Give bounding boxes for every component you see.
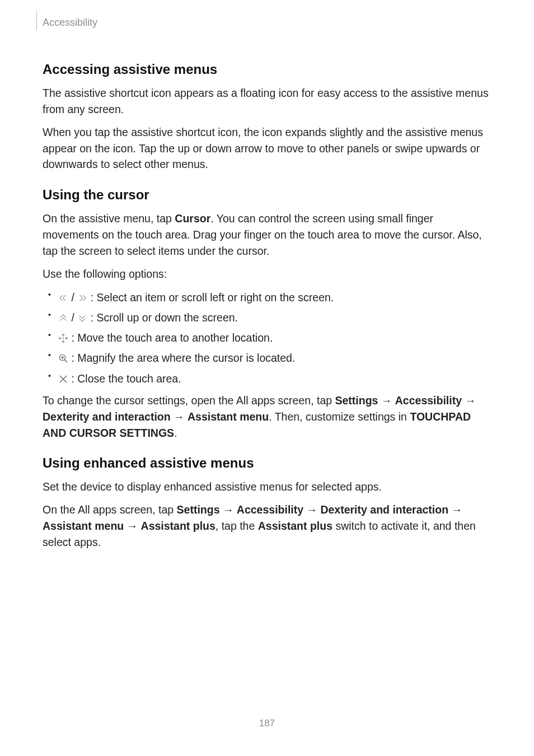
close-x-icon xyxy=(58,374,68,384)
chev-down-double-icon xyxy=(77,313,87,323)
arrow: → xyxy=(303,503,320,516)
page: Accessibility Accessing assistive menus … xyxy=(0,0,534,756)
text: To change the cursor settings, open the … xyxy=(43,394,335,407)
bold-accessibility: Accessibility xyxy=(395,394,462,407)
list-item: : Move the touch area to another locatio… xyxy=(43,329,491,346)
list-item-text: : Select an item or scroll left or right… xyxy=(87,291,334,304)
page-number: 187 xyxy=(0,718,534,729)
para-s2-3: To change the cursor settings, open the … xyxy=(43,393,491,441)
heading-using-enhanced: Using enhanced assistive menus xyxy=(43,455,491,471)
para-s3-2: On the All apps screen, tap Settings → A… xyxy=(43,502,491,550)
para-s2-2: Use the following options: xyxy=(43,266,491,282)
bold-assistant-plus-2: Assistant plus xyxy=(258,520,332,532)
chev-up-double-icon xyxy=(58,313,68,323)
chev-right-double-icon xyxy=(77,293,87,303)
bold-settings: Settings xyxy=(177,503,220,516)
options-list: / : Select an item or scroll left or rig… xyxy=(43,289,491,387)
para-s1-1: The assistive shortcut icon appears as a… xyxy=(43,85,491,118)
bold-assistant-plus: Assistant plus xyxy=(141,520,216,532)
list-item-text: : Magnify the area where the cursor is l… xyxy=(68,352,295,364)
text: , tap the xyxy=(216,520,258,532)
list-item-text: : Scroll up or down the screen. xyxy=(87,311,238,324)
text-slash: / xyxy=(68,291,77,304)
bold-dexterity: Dexterity and interaction xyxy=(320,503,448,516)
move-icon xyxy=(58,333,68,343)
chev-left-double-icon xyxy=(58,293,68,303)
bold-accessibility: Accessibility xyxy=(237,503,303,516)
list-item: / : Select an item or scroll left or rig… xyxy=(43,289,491,306)
arrow: → xyxy=(448,503,462,516)
svg-point-0 xyxy=(63,338,64,339)
arrow: → xyxy=(124,520,140,532)
para-s2-1: On the assistive menu, tap Cursor. You c… xyxy=(43,211,491,259)
text: . xyxy=(174,427,177,439)
text: On the All apps screen, tap xyxy=(43,503,177,516)
arrow: → xyxy=(220,503,237,516)
arrow: → xyxy=(462,394,476,407)
list-item-text: : Close the touch area. xyxy=(68,372,181,385)
bold-settings: Settings xyxy=(335,394,378,407)
para-s1-2: When you tap the assistive shortcut icon… xyxy=(43,124,491,173)
magnify-icon xyxy=(58,353,68,363)
text: . Then, customize settings in xyxy=(269,410,410,423)
header-divider xyxy=(36,11,37,30)
list-item: / : Scroll up or down the screen. xyxy=(43,309,491,326)
bold-dexterity: Dexterity and interaction xyxy=(43,410,171,423)
page-content: Accessing assistive menus The assistive … xyxy=(43,62,491,550)
arrow: → xyxy=(378,394,395,407)
bold-cursor: Cursor xyxy=(175,212,210,225)
list-item-text: : Move the touch area to another locatio… xyxy=(68,332,273,344)
heading-using-the-cursor: Using the cursor xyxy=(43,187,491,203)
bold-assistant-menu: Assistant menu xyxy=(43,520,124,532)
heading-accessing-assistive-menus: Accessing assistive menus xyxy=(43,62,491,77)
list-item: : Magnify the area where the cursor is l… xyxy=(43,349,491,366)
header-label: Accessibility xyxy=(43,17,97,29)
list-item: : Close the touch area. xyxy=(43,370,491,387)
para-s3-1: Set the device to display enhanced assis… xyxy=(43,479,491,495)
text-slash: / xyxy=(68,311,77,324)
bold-assistant-menu: Assistant menu xyxy=(188,410,269,423)
arrow: → xyxy=(171,410,188,423)
text: On the assistive menu, tap xyxy=(43,212,175,225)
